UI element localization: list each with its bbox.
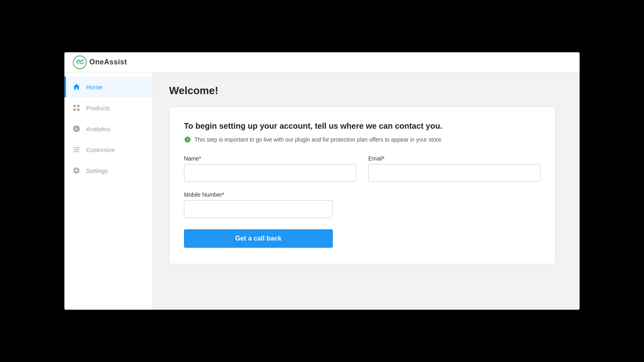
- info-circle-icon: i: [184, 136, 191, 143]
- info-text: This step is important to go live with o…: [194, 136, 443, 144]
- email-input[interactable]: [368, 164, 541, 182]
- sidebar: Home Products Analytics: [64, 72, 153, 310]
- mobile-section: Mobile Number*: [184, 191, 541, 218]
- browser-window: OneAssist Home Products: [64, 52, 580, 310]
- info-banner: i This step is important to go live with…: [184, 136, 541, 144]
- sidebar-item-analytics-label: Analytics: [86, 125, 110, 132]
- svg-rect-2: [77, 105, 80, 107]
- logo-text: OneAssist: [89, 58, 127, 66]
- sidebar-item-home[interactable]: Home: [64, 76, 153, 97]
- mobile-group: Mobile Number*: [184, 191, 333, 218]
- content-area: Welcome! To begin setting up your accoun…: [153, 72, 580, 310]
- sidebar-item-customize-label: Customize: [86, 146, 115, 153]
- sidebar-item-products[interactable]: Products: [64, 97, 153, 118]
- settings-icon: [72, 167, 80, 175]
- name-input[interactable]: [184, 164, 356, 182]
- sidebar-item-products-label: Products: [86, 105, 110, 111]
- main-card: To begin setting up your account, tell u…: [169, 107, 555, 264]
- main-layout: Home Products Analytics: [64, 72, 580, 310]
- name-label: Name*: [184, 155, 356, 162]
- mobile-label: Mobile Number*: [184, 191, 333, 198]
- sidebar-item-settings-label: Settings: [86, 167, 108, 174]
- sidebar-item-settings[interactable]: Settings: [64, 160, 153, 181]
- sidebar-item-home-label: Home: [86, 84, 102, 90]
- logo-area: OneAssist: [72, 55, 127, 70]
- sidebar-item-customize[interactable]: Customize: [64, 139, 153, 160]
- analytics-icon: [72, 125, 80, 133]
- page-title: Welcome!: [169, 84, 564, 97]
- svg-rect-3: [74, 109, 76, 111]
- top-header: OneAssist: [64, 52, 580, 72]
- sidebar-item-analytics[interactable]: Analytics: [64, 118, 153, 139]
- svg-text:i: i: [187, 137, 188, 142]
- card-heading: To begin setting up your account, tell u…: [184, 121, 541, 131]
- name-email-row: Name* Email*: [184, 155, 541, 182]
- home-icon: [72, 83, 80, 91]
- submit-button[interactable]: Get a call back: [184, 229, 333, 248]
- email-group: Email*: [368, 155, 541, 182]
- mobile-input[interactable]: [184, 200, 333, 218]
- svg-rect-1: [74, 105, 76, 107]
- name-group: Name*: [184, 155, 356, 182]
- logo-icon: [72, 55, 87, 70]
- products-icon: [72, 104, 80, 112]
- svg-rect-4: [77, 109, 80, 111]
- email-label: Email*: [368, 155, 541, 162]
- customize-icon: [72, 146, 80, 154]
